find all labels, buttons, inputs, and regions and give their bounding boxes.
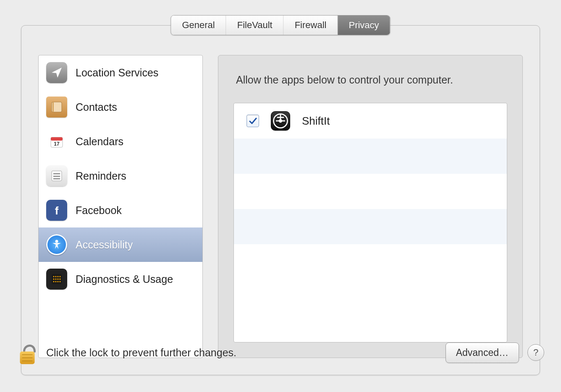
svg-point-15 <box>59 276 60 277</box>
svg-point-28 <box>279 119 282 123</box>
sidebar-item-calendars[interactable]: 17 Calendars <box>39 124 202 159</box>
sidebar-item-label: Reminders <box>76 170 126 182</box>
help-button[interactable]: ? <box>527 344 544 361</box>
svg-point-12 <box>53 276 54 277</box>
lock-button[interactable] <box>17 340 38 365</box>
svg-point-13 <box>55 276 56 277</box>
tab-general[interactable]: General <box>171 16 226 35</box>
svg-rect-3 <box>51 137 63 141</box>
checkmark-icon <box>249 117 257 125</box>
svg-text:f: f <box>55 204 59 217</box>
panel-body: Location Services Contacts 17 <box>38 55 523 358</box>
sidebar-item-label: Contacts <box>76 101 117 113</box>
app-checkbox[interactable] <box>246 115 259 127</box>
content-description: Allow the apps below to control your com… <box>236 74 505 86</box>
svg-rect-1 <box>52 102 54 112</box>
panel: Location Services Contacts 17 <box>21 25 540 375</box>
app-row-empty <box>234 244 507 280</box>
svg-point-10 <box>55 240 58 243</box>
contacts-icon <box>46 97 67 118</box>
calendar-icon: 17 <box>46 131 67 152</box>
svg-point-23 <box>59 281 60 282</box>
app-list: ShiftIt <box>233 103 507 342</box>
lock-message: Click the lock to prevent further change… <box>46 347 236 359</box>
app-row-empty <box>234 209 507 244</box>
sidebar-item-facebook[interactable]: f Facebook <box>39 193 202 227</box>
sidebar-item-location-services[interactable]: Location Services <box>39 55 202 90</box>
tab-firewall[interactable]: Firewall <box>284 16 338 35</box>
tab-privacy[interactable]: Privacy <box>338 16 390 35</box>
content-panel: Allow the apps below to control your com… <box>218 55 523 358</box>
app-icon <box>271 111 290 131</box>
privacy-category-sidebar: Location Services Contacts 17 <box>38 55 203 358</box>
app-row-empty <box>234 174 507 209</box>
svg-point-16 <box>53 278 54 280</box>
sidebar-item-reminders[interactable]: Reminders <box>39 159 202 193</box>
svg-point-14 <box>57 276 58 277</box>
sidebar-item-label: Diagnostics & Usage <box>76 273 173 285</box>
tab-filevault[interactable]: FileVault <box>226 16 284 35</box>
facebook-icon: f <box>46 200 67 221</box>
sidebar-item-contacts[interactable]: Contacts <box>39 90 202 124</box>
sidebar-item-label: Facebook <box>76 204 122 217</box>
sidebar-item-accessibility[interactable]: Accessibility <box>39 227 202 262</box>
diagnostics-icon <box>46 269 67 290</box>
svg-point-20 <box>53 281 54 282</box>
sidebar-item-label: Accessibility <box>76 239 133 251</box>
preferences-window: General FileVault Firewall Privacy Locat… <box>21 25 540 375</box>
sidebar-item-label: Location Services <box>76 67 158 79</box>
app-row[interactable]: ShiftIt <box>234 103 507 139</box>
svg-text:17: 17 <box>54 141 60 147</box>
app-row-empty <box>234 139 507 174</box>
sidebar-item-diagnostics[interactable]: Diagnostics & Usage <box>39 262 202 296</box>
app-name: ShiftIt <box>302 115 330 128</box>
location-icon <box>46 62 67 83</box>
reminders-icon <box>46 165 67 186</box>
accessibility-icon <box>46 234 67 255</box>
svg-point-18 <box>57 278 58 280</box>
tab-strip: General FileVault Firewall Privacy <box>170 15 390 35</box>
svg-point-22 <box>57 281 58 282</box>
svg-point-21 <box>55 281 56 282</box>
svg-point-17 <box>55 278 56 280</box>
advanced-button[interactable]: Advanced… <box>446 342 519 363</box>
svg-point-19 <box>59 278 60 280</box>
footer: Click the lock to prevent further change… <box>17 340 544 365</box>
sidebar-item-label: Calendars <box>76 136 123 148</box>
